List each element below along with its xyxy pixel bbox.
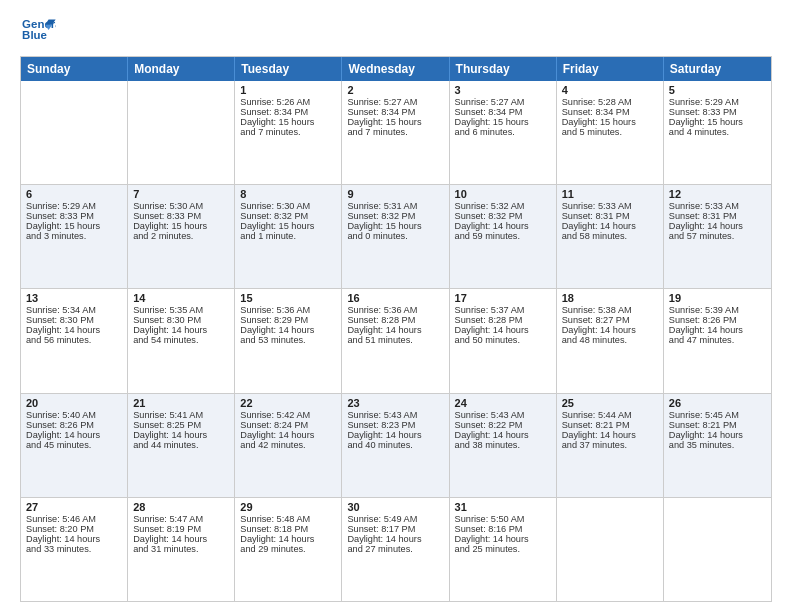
day-info-line: and 58 minutes. xyxy=(562,231,658,241)
day-number: 6 xyxy=(26,188,122,200)
day-info-line: and 7 minutes. xyxy=(347,127,443,137)
day-info-line: and 51 minutes. xyxy=(347,335,443,345)
day-number: 15 xyxy=(240,292,336,304)
day-info-line: and 56 minutes. xyxy=(26,335,122,345)
day-info-line: Sunrise: 5:32 AM xyxy=(455,201,551,211)
day-info-line: Sunset: 8:20 PM xyxy=(26,524,122,534)
day-info-line: Daylight: 14 hours xyxy=(562,430,658,440)
day-info-line: Sunset: 8:34 PM xyxy=(455,107,551,117)
day-info-line: Daylight: 14 hours xyxy=(669,221,766,231)
day-info-line: Sunrise: 5:33 AM xyxy=(562,201,658,211)
day-number: 7 xyxy=(133,188,229,200)
day-number: 9 xyxy=(347,188,443,200)
day-info-line: Daylight: 15 hours xyxy=(455,117,551,127)
day-info-line: Sunrise: 5:42 AM xyxy=(240,410,336,420)
day-info-line: Sunrise: 5:40 AM xyxy=(26,410,122,420)
day-info-line: Sunrise: 5:27 AM xyxy=(455,97,551,107)
day-number: 29 xyxy=(240,501,336,513)
day-info-line: Sunset: 8:21 PM xyxy=(562,420,658,430)
day-info-line: Daylight: 14 hours xyxy=(133,534,229,544)
day-info-line: Daylight: 14 hours xyxy=(240,430,336,440)
day-info-line: and 0 minutes. xyxy=(347,231,443,241)
day-info-line: Sunrise: 5:33 AM xyxy=(669,201,766,211)
day-info-line: and 25 minutes. xyxy=(455,544,551,554)
calendar-cell: 3Sunrise: 5:27 AMSunset: 8:34 PMDaylight… xyxy=(450,81,557,184)
day-info-line: Sunrise: 5:47 AM xyxy=(133,514,229,524)
day-info-line: Sunrise: 5:43 AM xyxy=(455,410,551,420)
day-info-line: Sunrise: 5:34 AM xyxy=(26,305,122,315)
day-info-line: Daylight: 14 hours xyxy=(240,325,336,335)
day-info-line: Sunset: 8:33 PM xyxy=(669,107,766,117)
weekday-header-wednesday: Wednesday xyxy=(342,57,449,81)
calendar-body: 1Sunrise: 5:26 AMSunset: 8:34 PMDaylight… xyxy=(21,81,771,601)
calendar-cell: 30Sunrise: 5:49 AMSunset: 8:17 PMDayligh… xyxy=(342,498,449,601)
day-info-line: Daylight: 14 hours xyxy=(347,430,443,440)
day-info-line: and 1 minute. xyxy=(240,231,336,241)
day-number: 4 xyxy=(562,84,658,96)
day-info-line: Sunset: 8:28 PM xyxy=(455,315,551,325)
day-info-line: Sunrise: 5:28 AM xyxy=(562,97,658,107)
day-info-line: and 5 minutes. xyxy=(562,127,658,137)
calendar-cell xyxy=(557,498,664,601)
day-info-line: Daylight: 14 hours xyxy=(26,325,122,335)
day-info-line: and 44 minutes. xyxy=(133,440,229,450)
day-number: 16 xyxy=(347,292,443,304)
day-info-line: Sunset: 8:16 PM xyxy=(455,524,551,534)
weekday-header-tuesday: Tuesday xyxy=(235,57,342,81)
day-info-line: Daylight: 15 hours xyxy=(240,117,336,127)
day-info-line: and 54 minutes. xyxy=(133,335,229,345)
day-info-line: and 45 minutes. xyxy=(26,440,122,450)
day-number: 12 xyxy=(669,188,766,200)
day-info-line: and 42 minutes. xyxy=(240,440,336,450)
calendar-cell: 29Sunrise: 5:48 AMSunset: 8:18 PMDayligh… xyxy=(235,498,342,601)
day-info-line: Daylight: 15 hours xyxy=(562,117,658,127)
day-info-line: Daylight: 14 hours xyxy=(347,325,443,335)
day-info-line: Daylight: 14 hours xyxy=(562,325,658,335)
day-info-line: and 6 minutes. xyxy=(455,127,551,137)
calendar-cell: 19Sunrise: 5:39 AMSunset: 8:26 PMDayligh… xyxy=(664,289,771,392)
calendar-cell: 5Sunrise: 5:29 AMSunset: 8:33 PMDaylight… xyxy=(664,81,771,184)
day-info-line: and 29 minutes. xyxy=(240,544,336,554)
calendar-cell xyxy=(21,81,128,184)
calendar-cell: 2Sunrise: 5:27 AMSunset: 8:34 PMDaylight… xyxy=(342,81,449,184)
calendar-row-5: 27Sunrise: 5:46 AMSunset: 8:20 PMDayligh… xyxy=(21,497,771,601)
day-info-line: Sunset: 8:19 PM xyxy=(133,524,229,534)
calendar-cell: 24Sunrise: 5:43 AMSunset: 8:22 PMDayligh… xyxy=(450,394,557,497)
day-info-line: Sunset: 8:23 PM xyxy=(347,420,443,430)
calendar-cell: 8Sunrise: 5:30 AMSunset: 8:32 PMDaylight… xyxy=(235,185,342,288)
day-info-line: Sunrise: 5:27 AM xyxy=(347,97,443,107)
day-info-line: Sunset: 8:34 PM xyxy=(240,107,336,117)
day-info-line: Sunrise: 5:26 AM xyxy=(240,97,336,107)
calendar-cell: 4Sunrise: 5:28 AMSunset: 8:34 PMDaylight… xyxy=(557,81,664,184)
day-info-line: Daylight: 14 hours xyxy=(562,221,658,231)
day-info-line: and 4 minutes. xyxy=(669,127,766,137)
day-info-line: and 2 minutes. xyxy=(133,231,229,241)
day-info-line: Sunrise: 5:29 AM xyxy=(26,201,122,211)
day-number: 22 xyxy=(240,397,336,409)
day-number: 28 xyxy=(133,501,229,513)
day-number: 3 xyxy=(455,84,551,96)
day-info-line: Daylight: 14 hours xyxy=(669,325,766,335)
day-info-line: Sunset: 8:29 PM xyxy=(240,315,336,325)
calendar-cell: 6Sunrise: 5:29 AMSunset: 8:33 PMDaylight… xyxy=(21,185,128,288)
calendar-cell: 17Sunrise: 5:37 AMSunset: 8:28 PMDayligh… xyxy=(450,289,557,392)
day-number: 19 xyxy=(669,292,766,304)
day-info-line: Sunrise: 5:44 AM xyxy=(562,410,658,420)
day-number: 10 xyxy=(455,188,551,200)
day-info-line: Daylight: 14 hours xyxy=(455,221,551,231)
day-number: 30 xyxy=(347,501,443,513)
day-info-line: Daylight: 15 hours xyxy=(133,221,229,231)
day-number: 23 xyxy=(347,397,443,409)
day-info-line: and 3 minutes. xyxy=(26,231,122,241)
page: General Blue SundayMondayTuesdayWednesda… xyxy=(0,0,792,612)
day-number: 11 xyxy=(562,188,658,200)
day-info-line: Sunset: 8:33 PM xyxy=(133,211,229,221)
day-info-line: Sunset: 8:22 PM xyxy=(455,420,551,430)
day-info-line: Sunset: 8:26 PM xyxy=(669,315,766,325)
calendar-cell: 12Sunrise: 5:33 AMSunset: 8:31 PMDayligh… xyxy=(664,185,771,288)
calendar-cell: 31Sunrise: 5:50 AMSunset: 8:16 PMDayligh… xyxy=(450,498,557,601)
day-info-line: Daylight: 14 hours xyxy=(26,534,122,544)
calendar-cell: 14Sunrise: 5:35 AMSunset: 8:30 PMDayligh… xyxy=(128,289,235,392)
calendar-row-3: 13Sunrise: 5:34 AMSunset: 8:30 PMDayligh… xyxy=(21,288,771,392)
day-info-line: Sunset: 8:30 PM xyxy=(133,315,229,325)
